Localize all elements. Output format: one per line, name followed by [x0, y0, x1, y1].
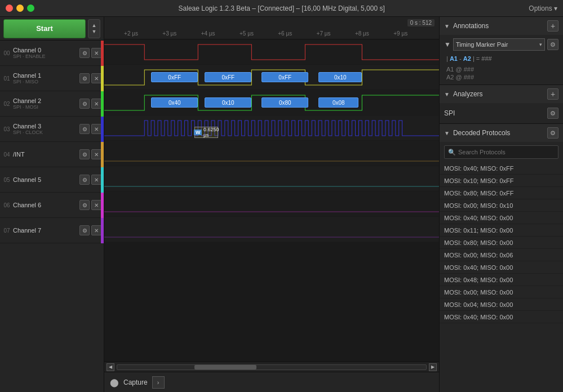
channel-close-1[interactable]: ✕ [91, 73, 101, 83]
channel-label-4: /INT [13, 151, 78, 158]
channel-num-0: 00 [2, 50, 11, 56]
channel-num-3: 03 [2, 126, 11, 132]
capture-icon: ⬤ [110, 378, 119, 387]
a2-label: A2 [463, 55, 471, 62]
annotations-collapse-icon[interactable]: ▼ [444, 23, 450, 29]
close-button[interactable] [6, 5, 13, 12]
decoded-protocols-gear[interactable]: ⚙ [547, 127, 558, 139]
protocol-item-1[interactable]: MOSI: 0x10; MISO: 0xFF [440, 175, 563, 187]
spi-analyzer-label: SPI [444, 109, 544, 117]
channel-gear-3[interactable]: ⚙ [79, 124, 90, 134]
timing-marker-row: ▼ Timing Marker Pair ▾ ⚙ [444, 38, 558, 51]
channel-close-0[interactable]: ✕ [91, 48, 101, 58]
protocol-item-10[interactable]: MOSI: 0x00; MISO: 0x00 [440, 286, 563, 299]
decode-bubble-ch2-1: 0x10 [205, 97, 251, 108]
capture-arrow-button[interactable]: › [152, 376, 165, 389]
protocol-item-2[interactable]: MOSI: 0x80; MISO: 0xFF [440, 187, 563, 199]
options-menu[interactable]: Options ▾ [529, 5, 557, 12]
spi-analyzer-gear[interactable]: ⚙ [547, 108, 558, 119]
time-tick-2: +4 µs [201, 30, 215, 37]
start-button-container: Start ▲ ▼ [0, 17, 104, 41]
channel-num-6: 06 [2, 202, 11, 208]
protocol-item-9[interactable]: MOSI: 0x48; MISO: 0x00 [440, 274, 563, 286]
channel-close-5[interactable]: ✕ [91, 175, 101, 185]
protocol-item-0[interactable]: MOSI: 0x40; MISO: 0xFF [440, 162, 563, 175]
decode-bubble-ch1-3: 0x10 [318, 72, 362, 82]
channel-gear-0[interactable]: ⚙ [79, 48, 90, 58]
channel-name-0: Channel 0 [13, 47, 78, 54]
channel-num-2: 02 [2, 101, 11, 107]
protocol-item-12[interactable]: MOSI: 0x40; MISO: 0x00 [440, 311, 563, 323]
timing-marker-gear[interactable]: ⚙ [547, 39, 558, 50]
channel-name-2: Channel 2 [13, 97, 78, 104]
channel-gear-5[interactable]: ⚙ [79, 175, 90, 185]
protocol-item-8[interactable]: MOSI: 0x40; MISO: 0x00 [440, 261, 563, 274]
bottom-bar: ⬤ Capture › [104, 372, 439, 392]
waveform-svg-0 [104, 39, 439, 65]
protocol-item-11[interactable]: MOSI: 0x04; MISO: 0x00 [440, 299, 563, 311]
waveform-rows[interactable]: 0xFF0xFF0xFF0x100x400x100x800x08W 0.6250… [104, 39, 439, 362]
channel-sub-0: SPI · ENABLE [13, 54, 78, 59]
decoded-protocols-collapse-icon[interactable]: ▼ [444, 130, 450, 136]
protocol-item-5[interactable]: MOSI: 0x11; MISO: 0x00 [440, 224, 563, 237]
protocol-item-4[interactable]: MOSI: 0x40; MISO: 0x00 [440, 212, 563, 224]
channel-row-3: 03 Channel 3 SPI · CLOCK ⚙ ✕ [0, 117, 104, 142]
arrow-up-icon: ▲ [92, 23, 97, 28]
start-arrows[interactable]: ▲ ▼ [88, 19, 100, 38]
formula-middle: - [459, 55, 463, 62]
channel-color-bar-7 [101, 218, 104, 243]
analyzers-section: ▼ Analyzers + SPI ⚙ [440, 85, 563, 124]
timing-marker-select[interactable]: Timing Marker Pair ▾ [453, 38, 545, 51]
scroll-left-button[interactable]: ◀ [107, 363, 114, 371]
scroll-track[interactable] [117, 364, 427, 370]
decode-bubble-ch2-2: 0x80 [261, 97, 308, 108]
annotations-add-button[interactable]: + [547, 20, 558, 32]
decode-bubble-ch1-0: 0xFF [151, 72, 198, 82]
search-input[interactable] [458, 149, 555, 155]
channel-label-6: Channel 6 [13, 202, 78, 208]
channel-close-2[interactable]: ✕ [91, 99, 101, 109]
scroll-right-button[interactable]: ▶ [429, 363, 437, 371]
channel-gear-6[interactable]: ⚙ [79, 200, 90, 210]
channel-close-7[interactable]: ✕ [91, 225, 101, 235]
timing-marker-label: Timing Marker Pair [456, 41, 508, 48]
a1-label: A1 [450, 55, 458, 62]
time-tick-6: +8 µs [355, 30, 369, 37]
waveform-area: 0 s : 512 +2 µs+3 µs+4 µs+5 µs+6 µs+7 µs… [104, 17, 439, 372]
analyzers-title: Analyzers [453, 90, 544, 98]
maximize-button[interactable] [27, 5, 34, 12]
formula-end: | = ### [473, 55, 492, 62]
analyzers-add-button[interactable]: + [547, 88, 558, 100]
timing-marker-chevron: ▾ [539, 42, 542, 47]
annotation-a2: A2 @ ### [444, 73, 558, 81]
main-layout: Start ▲ ▼ 00 Channel 0 SPI · ENABLE ⚙ ✕ … [0, 17, 563, 392]
scroll-area: ◀ ▶ [104, 362, 439, 372]
analyzers-collapse-icon[interactable]: ▼ [444, 91, 450, 97]
channel-close-6[interactable]: ✕ [91, 200, 101, 210]
protocol-item-7[interactable]: MOSI: 0x00; MISO: 0x06 [440, 249, 563, 261]
right-panel: ▼ Annotations + ▼ Timing Marker Pair ▾ ⚙… [439, 17, 563, 392]
capture-label[interactable]: Capture [123, 378, 148, 386]
channel-name-1: Channel 1 [13, 72, 78, 79]
measurement-value: 0.6250 µs [203, 127, 219, 138]
channel-label-1: Channel 1 SPI · MISO [13, 72, 78, 84]
waveform-row-0 [104, 39, 439, 65]
waveform-svg-7 [104, 217, 439, 242]
spi-analyzer-row: SPI ⚙ [440, 105, 563, 121]
decode-bubble-ch1-1: 0xFF [205, 72, 251, 82]
start-button[interactable]: Start [3, 19, 86, 38]
search-protocols-container: 🔍 [444, 145, 558, 159]
channel-gear-2[interactable]: ⚙ [79, 99, 90, 109]
channel-gear-1[interactable]: ⚙ [79, 73, 90, 83]
protocol-item-3[interactable]: MOSI: 0x00; MISO: 0x10 [440, 199, 563, 212]
channel-gear-4[interactable]: ⚙ [79, 149, 90, 159]
waveform-rows-inner: 0xFF0xFF0xFF0x100x400x100x800x08W 0.6250… [104, 39, 439, 242]
arrow-down-icon: ▼ [92, 29, 97, 34]
channel-gear-7[interactable]: ⚙ [79, 225, 90, 235]
channel-close-3[interactable]: ✕ [91, 124, 101, 134]
window-controls [6, 5, 34, 12]
protocol-item-6[interactable]: MOSI: 0x80; MISO: 0x00 [440, 237, 563, 249]
channel-close-4[interactable]: ✕ [91, 149, 101, 159]
channel-label-0: Channel 0 SPI · ENABLE [13, 47, 78, 59]
minimize-button[interactable] [16, 5, 24, 12]
